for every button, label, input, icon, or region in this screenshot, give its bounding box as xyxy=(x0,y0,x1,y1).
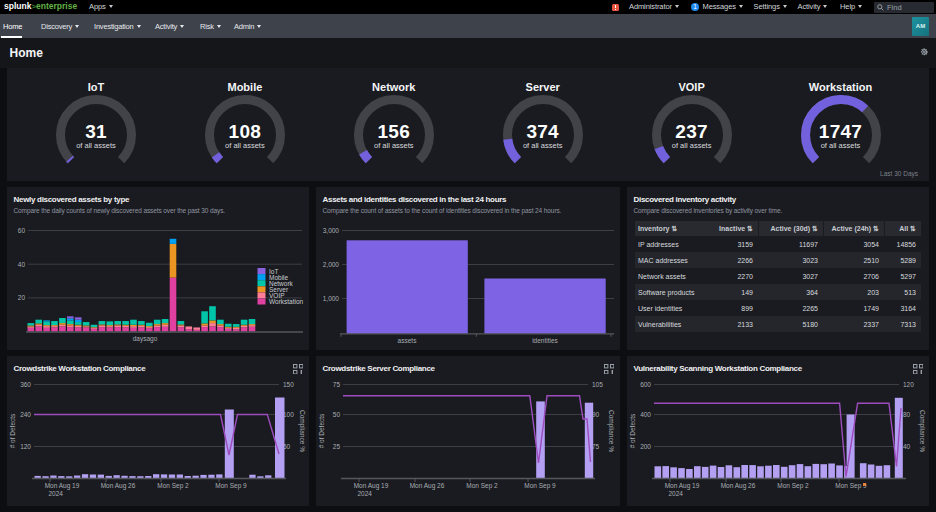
svg-text:20: 20 xyxy=(18,294,26,301)
svg-text:25: 25 xyxy=(333,443,341,450)
svg-text:assets: assets xyxy=(398,336,418,343)
svg-text:Mon Sep 9: Mon Sep 9 xyxy=(524,481,556,489)
svg-text:Mon Sep 2: Mon Sep 2 xyxy=(466,481,498,489)
svg-text:80: 80 xyxy=(903,411,911,418)
svg-text:Compliance %: Compliance % xyxy=(298,410,306,452)
svg-text:Workstation: Workstation xyxy=(269,298,304,305)
svg-text:Mon Sep 9: Mon Sep 9 xyxy=(835,481,867,489)
svg-text:identities: identities xyxy=(532,336,558,343)
svg-text:Mon Sep 2: Mon Sep 2 xyxy=(157,481,189,489)
svg-text:240: 240 xyxy=(20,411,31,418)
svg-text:150: 150 xyxy=(283,381,294,388)
svg-text:3,000: 3,000 xyxy=(323,227,340,234)
svg-text:Compliance %: Compliance % xyxy=(918,410,926,452)
svg-text:600: 600 xyxy=(640,381,651,388)
svg-text:60: 60 xyxy=(18,227,26,234)
svg-text:75: 75 xyxy=(333,381,341,388)
svg-text:50: 50 xyxy=(333,411,341,418)
svg-text:Mon Sep 2: Mon Sep 2 xyxy=(777,481,809,489)
svg-text:Mon Sep 9: Mon Sep 9 xyxy=(215,481,247,489)
svg-text:2024: 2024 xyxy=(49,490,64,497)
svg-text:daysago: daysago xyxy=(133,334,158,342)
svg-text:# of Defects: # of Defects xyxy=(9,412,16,447)
svg-text:200: 200 xyxy=(640,443,651,450)
svg-text:# of Defects: # of Defects xyxy=(318,412,325,447)
svg-text:2024: 2024 xyxy=(669,490,684,497)
svg-text:2,000: 2,000 xyxy=(323,261,340,268)
svg-text:Mon Aug 19: Mon Aug 19 xyxy=(354,481,389,489)
svg-text:400: 400 xyxy=(640,411,651,418)
svg-text:Compliance %: Compliance % xyxy=(607,410,615,452)
svg-text:1,000: 1,000 xyxy=(323,295,340,302)
svg-text:# of Defects: # of Defects xyxy=(629,412,636,447)
svg-text:2024: 2024 xyxy=(358,490,373,497)
svg-text:Mon Aug 26: Mon Aug 26 xyxy=(410,481,445,489)
svg-text:100: 100 xyxy=(283,411,294,418)
svg-text:Mon Aug 19: Mon Aug 19 xyxy=(45,481,80,489)
svg-text:Mon Aug 26: Mon Aug 26 xyxy=(721,481,756,489)
svg-text:120: 120 xyxy=(20,443,31,450)
svg-text:Mon Aug 19: Mon Aug 19 xyxy=(665,481,700,489)
svg-text:120: 120 xyxy=(903,381,914,388)
svg-text:360: 360 xyxy=(20,381,31,388)
svg-text:40: 40 xyxy=(903,443,911,450)
svg-text:Mon Aug 26: Mon Aug 26 xyxy=(101,481,136,489)
svg-text:40: 40 xyxy=(18,260,26,267)
svg-text:105: 105 xyxy=(592,381,603,388)
